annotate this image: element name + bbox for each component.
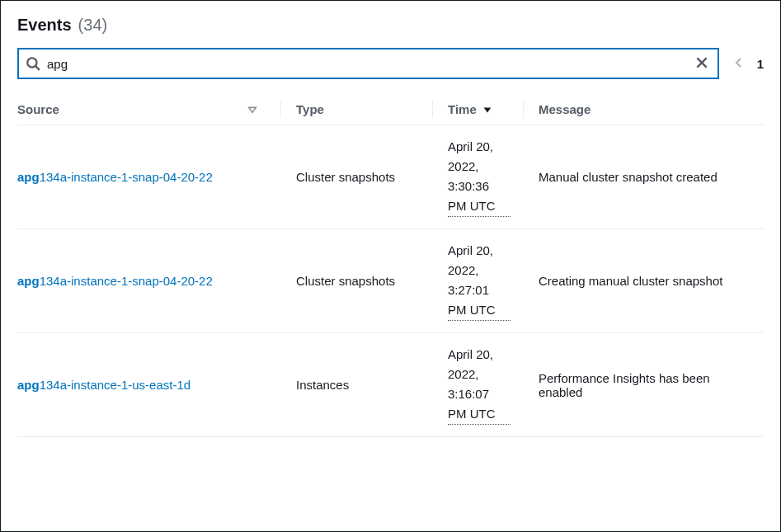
svg-point-0	[27, 58, 36, 67]
col-header-time[interactable]: Time	[433, 94, 524, 125]
col-header-label: Type	[296, 102, 324, 116]
table-row: apg134a-instance-1-snap-04-20-22Cluster …	[17, 125, 764, 229]
type-cell: Cluster snapshots	[281, 229, 433, 333]
prev-page-button[interactable]	[732, 56, 746, 72]
col-header-message[interactable]: Message	[524, 94, 764, 125]
sort-desc-icon	[482, 104, 493, 115]
search-box[interactable]	[17, 48, 719, 79]
clear-search-button[interactable]	[693, 54, 711, 73]
sort-icon	[247, 104, 258, 115]
close-icon	[694, 55, 709, 73]
table-row: apg134a-instance-1-snap-04-20-22Cluster …	[17, 229, 764, 333]
toolbar: 1	[17, 48, 764, 79]
col-header-label: Time	[448, 102, 477, 116]
match-highlight: apg	[17, 378, 40, 392]
panel-header: Events (34)	[17, 16, 764, 35]
search-input[interactable]	[40, 49, 693, 78]
panel-count: (34)	[78, 16, 108, 35]
source-rest: 134a-instance-1-snap-04-20-22	[40, 170, 213, 184]
svg-marker-5	[483, 107, 491, 112]
events-panel: Events (34)	[0, 0, 781, 532]
type-cell: Cluster snapshots	[281, 125, 433, 229]
events-table: Source Type Time	[17, 94, 764, 437]
col-header-type[interactable]: Type	[281, 94, 433, 125]
svg-line-1	[35, 66, 40, 70]
pagination: 1	[732, 56, 764, 72]
source-link[interactable]: apg134a-instance-1-snap-04-20-22	[17, 274, 213, 288]
panel-title: Events	[17, 16, 72, 35]
source-link[interactable]: apg134a-instance-1-us-east-1d	[17, 378, 191, 392]
message-cell: Manual cluster snapshot created	[524, 125, 764, 229]
match-highlight: apg	[17, 274, 40, 288]
col-header-label: Message	[539, 102, 590, 116]
time-cell: April 20, 2022, 3:27:01 PM UTC	[448, 241, 510, 321]
chevron-left-icon	[732, 56, 746, 72]
match-highlight: apg	[17, 170, 40, 184]
type-cell: Instances	[281, 333, 433, 437]
message-cell: Creating manual cluster snapshot	[524, 229, 764, 333]
source-link[interactable]: apg134a-instance-1-snap-04-20-22	[17, 170, 213, 184]
svg-marker-4	[249, 107, 256, 112]
source-rest: 134a-instance-1-us-east-1d	[40, 378, 191, 392]
source-rest: 134a-instance-1-snap-04-20-22	[40, 274, 213, 288]
time-cell: April 20, 2022, 3:16:07 PM UTC	[448, 345, 510, 425]
current-page: 1	[757, 57, 764, 71]
search-icon	[26, 56, 40, 71]
col-header-source[interactable]: Source	[17, 94, 281, 125]
message-cell: Performance Insights has been enabled	[524, 333, 764, 437]
time-cell: April 20, 2022, 3:30:36 PM UTC	[448, 137, 510, 217]
table-row: apg134a-instance-1-us-east-1dInstancesAp…	[17, 333, 764, 437]
col-header-label: Source	[17, 102, 59, 116]
